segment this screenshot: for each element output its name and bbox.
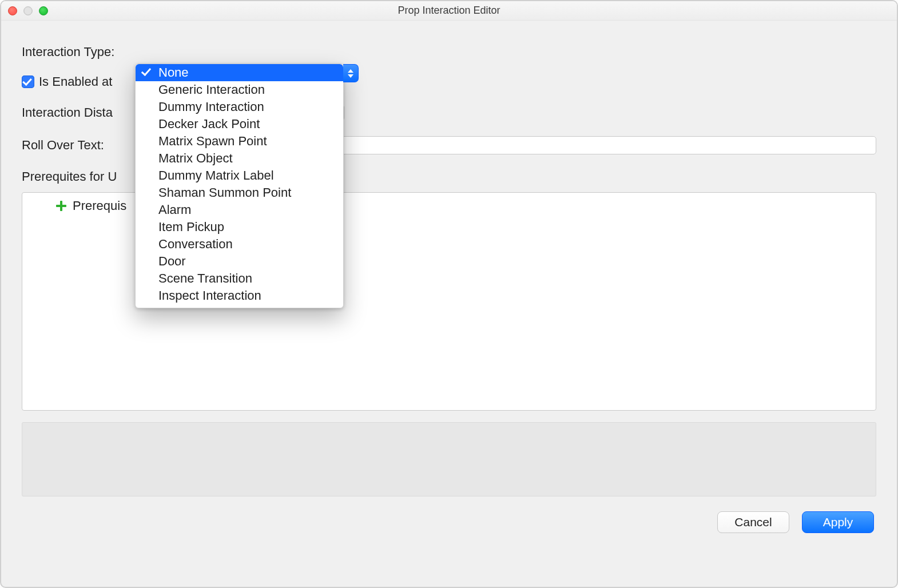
dropdown-item[interactable]: Decker Jack Point <box>136 116 343 133</box>
zoom-icon[interactable] <box>39 6 48 15</box>
titlebar: Prop Interaction Editor <box>1 1 897 21</box>
dropdown-item[interactable]: Generic Interaction <box>136 81 343 98</box>
prereq-item-label: Prerequis <box>73 198 126 213</box>
close-icon[interactable] <box>8 6 17 15</box>
label-rollover: Roll Over Text: <box>22 138 104 153</box>
dropdown-item[interactable]: Matrix Spawn Point <box>136 133 343 150</box>
label-distance: Interaction Dista <box>22 105 113 120</box>
dropdown-item-label: Generic Interaction <box>158 82 265 97</box>
enabled-checkbox[interactable] <box>22 76 34 88</box>
dropdown-item[interactable]: Conversation <box>136 236 343 253</box>
window-body: Interaction Type: Is Enabled at Interact… <box>1 21 897 587</box>
dropdown-item-label: Alarm <box>158 202 191 217</box>
dropdown-item-label: Decker Jack Point <box>158 117 260 132</box>
minimize-icon[interactable] <box>23 6 33 15</box>
editor-window: Prop Interaction Editor Interaction Type… <box>0 0 898 588</box>
dropdown-item-label: Dummy Matrix Label <box>158 168 274 183</box>
window-title: Prop Interaction Editor <box>1 5 897 17</box>
dropdown-item-label: Inspect Interaction <box>158 288 261 303</box>
dropdown-item-label: Dummy Interaction <box>158 100 264 114</box>
dropdown-item[interactable]: Alarm <box>136 201 343 218</box>
dropdown-item-label: Conversation <box>158 237 233 252</box>
dropdown-endcap[interactable] <box>343 64 359 82</box>
dropdown-item[interactable]: None <box>136 64 343 81</box>
cancel-button[interactable]: Cancel <box>717 511 789 533</box>
dropdown-list: NoneGeneric InteractionDummy Interaction… <box>136 64 343 304</box>
dropdown-item-label: Scene Transition <box>158 271 252 286</box>
dropdown-item-label: Matrix Object <box>158 151 233 166</box>
dropdown-item-label: Shaman Summon Point <box>158 185 291 200</box>
chevron-down-icon <box>348 74 353 78</box>
dropdown-item[interactable]: Dummy Matrix Label <box>136 167 343 184</box>
dropdown-item[interactable]: Dummy Interaction <box>136 98 343 116</box>
dropdown-item[interactable]: Matrix Object <box>136 150 343 167</box>
detail-placeholder <box>22 422 876 496</box>
apply-button[interactable]: Apply <box>802 511 874 533</box>
dropdown-item[interactable]: Shaman Summon Point <box>136 184 343 201</box>
dropdown-item-label: Item Pickup <box>158 220 224 235</box>
plus-icon <box>55 200 67 212</box>
chevron-up-icon <box>348 69 353 73</box>
row-interaction-type: Interaction Type: <box>22 45 876 59</box>
window-controls <box>8 6 48 15</box>
dropdown-item[interactable]: Door <box>136 253 343 270</box>
interaction-type-dropdown[interactable]: NoneGeneric InteractionDummy Interaction… <box>135 63 344 308</box>
apply-button-label: Apply <box>823 515 853 529</box>
label-enabled: Is Enabled at <box>39 74 112 89</box>
button-bar: Cancel Apply <box>22 511 876 533</box>
label-interaction-type: Interaction Type: <box>22 45 114 59</box>
label-prereq: Prerequites for U <box>22 169 117 184</box>
dropdown-item-label: Door <box>158 254 186 269</box>
check-icon <box>142 66 150 74</box>
dropdown-item[interactable]: Item Pickup <box>136 218 343 236</box>
cancel-button-label: Cancel <box>734 515 772 529</box>
dropdown-item[interactable]: Scene Transition <box>136 270 343 287</box>
dropdown-item[interactable]: Inspect Interaction <box>136 287 343 304</box>
dropdown-item-label: Matrix Spawn Point <box>158 134 267 149</box>
dropdown-item-label: None <box>158 65 189 80</box>
